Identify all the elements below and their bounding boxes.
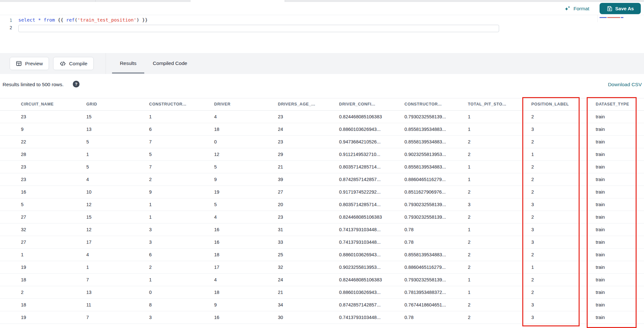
table-row[interactable]: 271514230.8244680851063830.7930232558139… bbox=[0, 211, 644, 223]
table-cell: train bbox=[596, 186, 605, 198]
table-cell: 1 bbox=[531, 261, 534, 273]
column-header[interactable]: GRID bbox=[86, 98, 97, 110]
column-header[interactable]: DRIVER_CONFI... bbox=[339, 98, 375, 110]
table-cell: 13 bbox=[86, 286, 91, 298]
table-cell: 0.9112149532710... bbox=[339, 148, 380, 160]
column-header[interactable]: CIRCUIT_NAME bbox=[21, 98, 54, 110]
table-row[interactable]: 14618250.8860103626943...0.8558139534883… bbox=[0, 249, 644, 261]
table-cell: 0.7674418604651... bbox=[404, 299, 446, 311]
table-cell: 2 bbox=[468, 261, 470, 273]
code-token: 'train_test_position' bbox=[77, 17, 136, 23]
table-cell: 19 bbox=[21, 261, 26, 273]
download-csv-link[interactable]: Download CSV bbox=[608, 82, 642, 87]
table-row[interactable]: 231514230.8244680851063830.7930232558139… bbox=[0, 111, 644, 123]
table-cell: 2 bbox=[531, 186, 534, 198]
table-cell: 2 bbox=[149, 261, 152, 273]
table-cell: 2 bbox=[468, 311, 470, 323]
table-row[interactable]: 181189340.8742857142857...0.767441860465… bbox=[0, 299, 644, 311]
table-cell: 2 bbox=[531, 173, 534, 186]
table-cell: 15 bbox=[86, 211, 91, 223]
table-row[interactable]: 197316300.7413793103448...0.7823train bbox=[0, 311, 644, 324]
table-cell: 0.78 bbox=[404, 223, 413, 236]
table-row[interactable]: 3212316310.7413793103448...0.7813train bbox=[0, 223, 644, 236]
column-header[interactable]: DRIVERS_AGE_... bbox=[278, 98, 315, 110]
column-header[interactable]: DATASET_TYPE bbox=[596, 98, 629, 110]
table-row[interactable]: 51215200.8035714285714...0.7930232558139… bbox=[0, 198, 644, 211]
table-row[interactable]: 22570230.9473684210526...0.8558139534883… bbox=[0, 136, 644, 148]
table-cell: 1 bbox=[149, 274, 152, 286]
table-cell: 3 bbox=[149, 236, 152, 248]
table-cell: 18 bbox=[214, 249, 219, 261]
table-cell: train bbox=[596, 111, 605, 123]
minimap-code-mark bbox=[621, 17, 623, 18]
table-cell: 7 bbox=[86, 274, 89, 286]
table-cell: 5 bbox=[86, 136, 89, 148]
results-limit-message: Results limited to 500 rows. bbox=[3, 82, 64, 87]
table-row[interactable]: 1610919270.9171974522292...0.85116279069… bbox=[0, 186, 644, 198]
line-number-2: 2 bbox=[7, 25, 12, 30]
column-header[interactable]: DRIVER bbox=[214, 98, 231, 110]
table-cell: 4 bbox=[86, 173, 89, 186]
column-header[interactable]: CONSTRUCTOR... bbox=[404, 98, 442, 110]
table-cell: 27 bbox=[278, 186, 283, 198]
table-cell: 2 bbox=[531, 274, 534, 286]
cursor-line-highlight[interactable] bbox=[18, 25, 499, 32]
table-cell: 13 bbox=[86, 123, 91, 135]
table-cell: 3 bbox=[149, 311, 152, 323]
column-header[interactable]: CONSTRUCTOR... bbox=[149, 98, 186, 110]
minimap-code-mark bbox=[600, 17, 607, 18]
table-cell: 23 bbox=[278, 111, 283, 123]
format-label: Format bbox=[573, 6, 589, 12]
table-row[interactable]: 191217320.9023255813953...0.886046511627… bbox=[0, 261, 644, 274]
panel-divider bbox=[106, 53, 106, 74]
code-token bbox=[55, 17, 58, 23]
table-row[interactable]: 23429390.8742857142857...0.8860465116279… bbox=[0, 173, 644, 186]
table-cell: 2 bbox=[468, 299, 470, 311]
table-cell: 23 bbox=[278, 211, 283, 223]
tab-compiled-code[interactable]: Compiled Code bbox=[146, 53, 194, 74]
table-cell: 30 bbox=[278, 311, 283, 323]
table-cell: 5 bbox=[214, 198, 217, 211]
table-cell: 1 bbox=[468, 173, 470, 186]
table-cell: 28 bbox=[21, 148, 26, 160]
table-cell: 39 bbox=[278, 173, 283, 186]
sql-editor[interactable]: 1 2 select * from {{ ref('train_test_pos… bbox=[0, 15, 644, 53]
table-row[interactable]: 913618240.8860103626943...0.855813953488… bbox=[0, 123, 644, 136]
save-as-button[interactable]: Save As bbox=[600, 3, 641, 14]
table-row[interactable]: 18714240.8244680851063830.7930232558139.… bbox=[0, 274, 644, 286]
table-row[interactable]: 23575210.8035714285714...0.8558139534883… bbox=[0, 161, 644, 173]
table-cell: 2 bbox=[468, 186, 470, 198]
save-icon bbox=[607, 6, 612, 12]
format-button[interactable]: Format bbox=[562, 4, 591, 14]
editor-minimap[interactable] bbox=[597, 15, 644, 22]
table-cell: 0.8860103626943... bbox=[339, 286, 381, 298]
table-cell: 1 bbox=[21, 249, 24, 261]
table-cell: 1 bbox=[149, 211, 152, 223]
table-cell: 18 bbox=[214, 123, 219, 135]
table-cell: 3 bbox=[531, 198, 534, 211]
table-cell: 32 bbox=[278, 261, 283, 273]
table-row[interactable]: 2717316330.7413793103448...0.7823train bbox=[0, 236, 644, 249]
compile-button[interactable]: Compile bbox=[53, 57, 94, 70]
table-cell: 3 bbox=[468, 198, 470, 211]
table-row[interactable]: 281512290.9112149532710...0.902325581395… bbox=[0, 148, 644, 161]
table-cell: train bbox=[596, 249, 605, 261]
table-cell: 2 bbox=[21, 286, 24, 298]
table-cell: 32 bbox=[21, 223, 26, 236]
code-token: {{ bbox=[58, 17, 66, 23]
column-header[interactable]: POSITION_LABEL bbox=[531, 98, 569, 110]
table-cell: 1 bbox=[468, 161, 470, 173]
table-cell: 9 bbox=[214, 173, 217, 186]
help-icon[interactable]: ? bbox=[73, 81, 80, 87]
code-line-1[interactable]: select * from {{ ref('train_test_positio… bbox=[18, 17, 148, 24]
table-cell: 0.824468085106383 bbox=[339, 111, 382, 123]
preview-button[interactable]: Preview bbox=[10, 57, 49, 70]
table-cell: 0.8035714285714... bbox=[339, 198, 381, 211]
table-cell: 6 bbox=[149, 249, 152, 261]
table-cell: 0.9473684210526... bbox=[339, 136, 381, 148]
table-cell: train bbox=[596, 198, 605, 211]
table-cell: 25 bbox=[278, 249, 283, 261]
column-header[interactable]: TOTAL_PIT_STO... bbox=[468, 98, 506, 110]
table-row[interactable]: 213018210.8860103626943...0.781395348837… bbox=[0, 286, 644, 299]
tab-results[interactable]: Results bbox=[112, 53, 144, 74]
